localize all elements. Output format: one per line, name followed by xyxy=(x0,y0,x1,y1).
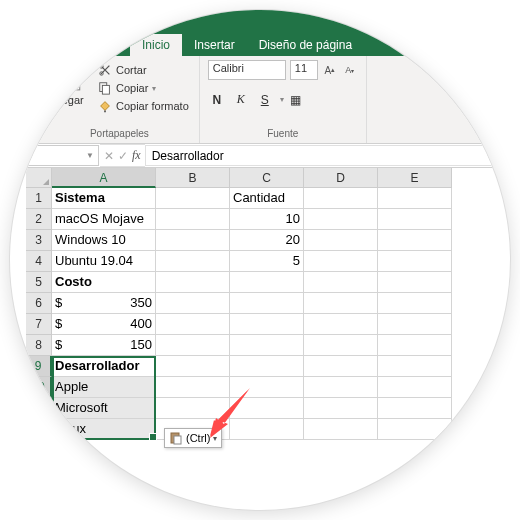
fx-icon[interactable]: fx xyxy=(132,148,141,163)
cell[interactable]: 5 xyxy=(230,251,304,272)
cell[interactable] xyxy=(378,293,452,314)
cell[interactable]: $150 xyxy=(52,335,156,356)
cell[interactable] xyxy=(304,251,378,272)
tab-insertar[interactable]: Insertar xyxy=(182,34,247,56)
row-header[interactable]: 8 xyxy=(26,335,52,356)
cell[interactable] xyxy=(230,314,304,335)
cell[interactable]: Sistema xyxy=(52,188,156,209)
cell[interactable] xyxy=(304,398,378,419)
cell[interactable] xyxy=(156,314,230,335)
cell[interactable] xyxy=(378,419,452,440)
cell[interactable] xyxy=(230,272,304,293)
border-button[interactable]: ▦ xyxy=(290,93,301,107)
cell[interactable] xyxy=(230,356,304,377)
cell[interactable] xyxy=(156,398,230,419)
cell[interactable] xyxy=(156,335,230,356)
col-header[interactable]: E xyxy=(378,168,452,188)
cell[interactable]: Linux xyxy=(52,419,156,440)
cell[interactable] xyxy=(230,377,304,398)
cell[interactable]: Desarrollador xyxy=(52,356,156,377)
row-header[interactable]: 7 xyxy=(26,314,52,335)
increase-font-button[interactable]: A▴ xyxy=(322,62,338,78)
format-painter-button[interactable]: Copiar formato xyxy=(96,98,191,114)
cell[interactable] xyxy=(304,419,378,440)
select-all-corner[interactable] xyxy=(26,168,52,188)
cell[interactable] xyxy=(378,356,452,377)
paste-button[interactable]: Pegar xyxy=(48,60,90,108)
cell[interactable] xyxy=(378,188,452,209)
cut-button[interactable]: Cortar xyxy=(96,62,191,78)
amount: 350 xyxy=(130,293,152,313)
cell[interactable] xyxy=(156,188,230,209)
cell[interactable] xyxy=(304,188,378,209)
paste-options-button[interactable]: (Ctrl) ▾ xyxy=(164,428,222,448)
cell[interactable] xyxy=(304,293,378,314)
cell[interactable]: Costo xyxy=(52,272,156,293)
cell[interactable]: 20 xyxy=(230,230,304,251)
copy-button[interactable]: Copiar ▾ xyxy=(96,80,191,96)
row-header[interactable]: 6 xyxy=(26,293,52,314)
cell[interactable] xyxy=(156,251,230,272)
cell[interactable]: Ubuntu 19.04 xyxy=(52,251,156,272)
col-header[interactable]: C xyxy=(230,168,304,188)
cell[interactable]: 10 xyxy=(230,209,304,230)
underline-button[interactable]: S xyxy=(256,93,274,107)
cell[interactable] xyxy=(156,272,230,293)
cell[interactable] xyxy=(230,293,304,314)
font-size-select[interactable]: 11 xyxy=(290,60,318,80)
name-box[interactable]: A9 ▼ xyxy=(11,145,99,166)
row-header[interactable]: 12 xyxy=(26,419,52,440)
cell[interactable]: Apple xyxy=(52,377,156,398)
cell[interactable] xyxy=(304,377,378,398)
bold-button[interactable]: N xyxy=(208,93,226,107)
cell[interactable] xyxy=(156,377,230,398)
col-header[interactable]: D xyxy=(304,168,378,188)
cell[interactable] xyxy=(156,293,230,314)
formula-bar[interactable]: Desarrollador xyxy=(145,145,510,166)
font-name-select[interactable]: Calibri xyxy=(208,60,286,80)
cell[interactable] xyxy=(378,251,452,272)
cell[interactable] xyxy=(230,398,304,419)
cell[interactable] xyxy=(304,356,378,377)
cell[interactable] xyxy=(304,230,378,251)
decrease-font-button[interactable]: A▾ xyxy=(342,62,358,78)
row-header[interactable]: 3 xyxy=(26,230,52,251)
row-header[interactable]: 9 xyxy=(26,356,52,377)
cell[interactable]: $350 xyxy=(52,293,156,314)
cell[interactable] xyxy=(378,314,452,335)
accept-formula-icon[interactable]: ✓ xyxy=(118,149,128,163)
col-header[interactable]: B xyxy=(156,168,230,188)
cell[interactable] xyxy=(304,335,378,356)
cell[interactable] xyxy=(156,230,230,251)
cell[interactable]: macOS Mojave xyxy=(52,209,156,230)
row-header[interactable]: 5 xyxy=(26,272,52,293)
cell[interactable] xyxy=(304,209,378,230)
cell[interactable] xyxy=(156,209,230,230)
row-header[interactable]: 4 xyxy=(26,251,52,272)
cell[interactable] xyxy=(378,377,452,398)
tab-diseno[interactable]: Diseño de página xyxy=(247,34,364,56)
cell[interactable] xyxy=(378,230,452,251)
tab-inicio[interactable]: Inicio xyxy=(130,34,182,56)
cell[interactable] xyxy=(304,314,378,335)
cell[interactable] xyxy=(378,335,452,356)
row-header[interactable]: 2 xyxy=(26,209,52,230)
cell[interactable]: $400 xyxy=(52,314,156,335)
row-header[interactable]: 1 xyxy=(26,188,52,209)
cancel-formula-icon[interactable]: ✕ xyxy=(104,149,114,163)
cell[interactable] xyxy=(230,335,304,356)
cell[interactable] xyxy=(304,272,378,293)
cell[interactable] xyxy=(230,419,304,440)
cell[interactable] xyxy=(156,356,230,377)
cell[interactable]: Windows 10 xyxy=(52,230,156,251)
italic-button[interactable]: K xyxy=(232,92,250,107)
cell[interactable] xyxy=(378,398,452,419)
cell[interactable]: Cantidad xyxy=(230,188,304,209)
row-header[interactable]: 11 xyxy=(26,398,52,419)
ribbon: Pegar Cortar Copiar ▾ Copiar formato xyxy=(10,56,510,144)
cell[interactable] xyxy=(378,272,452,293)
cell[interactable] xyxy=(378,209,452,230)
col-header[interactable]: A xyxy=(52,168,156,188)
row-header[interactable]: 10 xyxy=(26,377,52,398)
cell[interactable]: Microsoft xyxy=(52,398,156,419)
